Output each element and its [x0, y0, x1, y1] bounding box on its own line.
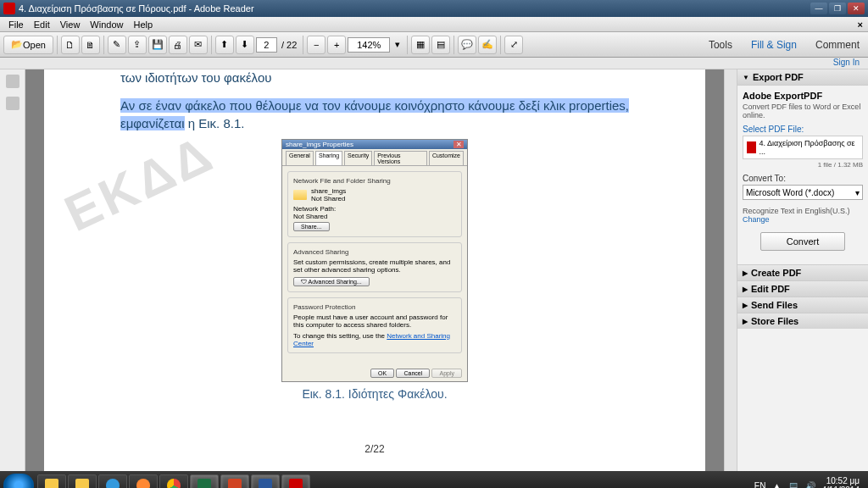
export-subtitle: Convert PDF files to Word or Excel onlin…	[743, 103, 863, 119]
edit-pdf-panel[interactable]: ▶Edit PDF	[737, 280, 868, 297]
convert-button[interactable]: Convert	[760, 232, 845, 251]
fill-sign-button[interactable]: Fill & Sign	[746, 37, 802, 53]
page-number-input[interactable]	[256, 37, 277, 53]
minimize-button[interactable]: —	[810, 3, 827, 14]
up-icon[interactable]: ⇪	[128, 36, 147, 54]
embedded-dialog-image: share_imgs Properties✕ General Sharing S…	[281, 139, 468, 382]
scrollbar[interactable]	[724, 69, 737, 471]
taskbar: EN ▲ 💻 🔊 10:52 μμ 4/11/2014	[0, 471, 868, 488]
attachments-icon[interactable]	[6, 97, 19, 110]
app-icon	[3, 3, 15, 14]
tools-button[interactable]: Tools	[704, 37, 737, 53]
task-excel[interactable]	[190, 474, 219, 488]
task-chrome[interactable]	[159, 474, 188, 488]
mail-icon[interactable]: ✉	[189, 36, 208, 54]
page-down-icon[interactable]: ⬇	[236, 36, 254, 54]
zoom-out-icon[interactable]: −	[307, 36, 326, 54]
send-files-panel[interactable]: ▶Send Files	[737, 297, 868, 313]
task-word[interactable]	[251, 474, 280, 488]
menu-help[interactable]: Help	[128, 19, 158, 30]
document-area[interactable]: ΕΚΔΔ των ιδιοτήτων του φακέλου Αν σε ένα…	[25, 69, 724, 471]
task-explorer1[interactable]	[37, 474, 66, 488]
convert-to-label: Convert To:	[743, 174, 863, 183]
window-titlebar: 4. Διαχείριση Πρόσβασης σε Πόρους.pdf - …	[0, 0, 868, 17]
recognize-text: Recognize Text in English(U.S.)	[743, 207, 863, 215]
maximize-button[interactable]: ❐	[829, 3, 846, 14]
save-icon[interactable]: 💾	[148, 36, 167, 54]
export-pdf-header[interactable]: ▼Export PDF	[737, 69, 868, 86]
zoom-input[interactable]	[348, 37, 390, 53]
right-pane: ▼Export PDF Adobe ExportPDF Convert PDF …	[737, 69, 868, 471]
file-meta: 1 file / 1.32 MB	[743, 161, 863, 169]
layout1-icon[interactable]: ▦	[411, 36, 430, 54]
layout2-icon[interactable]: ▤	[431, 36, 450, 54]
comment-icon[interactable]: 💬	[458, 36, 476, 54]
zoom-dropdown-icon[interactable]: ▾	[392, 36, 403, 54]
menu-window[interactable]: Window	[85, 19, 128, 30]
page-number-footer: 2/22	[120, 443, 629, 455]
create-pdf-panel[interactable]: ▶Create PDF	[737, 264, 868, 280]
system-tray[interactable]: EN ▲ 💻 🔊 10:52 μμ 4/11/2014	[754, 476, 865, 488]
task-explorer2[interactable]	[68, 474, 97, 488]
tray-clock[interactable]: 10:52 μμ 4/11/2014	[822, 476, 860, 488]
readmode-icon[interactable]: ⤢	[504, 36, 523, 54]
page-total: / 22	[279, 40, 299, 50]
close-button[interactable]: ✕	[848, 3, 865, 14]
left-nav-strip	[0, 69, 25, 471]
task-powerpoint[interactable]	[220, 474, 249, 488]
menubar: File Edit View Window Help ×	[0, 17, 868, 32]
selected-file[interactable]: 4. Διαχείριση Πρόσβασης σε ...	[743, 136, 863, 159]
task-wmp[interactable]	[129, 474, 158, 488]
export-title: Adobe ExportPDF	[743, 91, 863, 101]
tray-sound-icon[interactable]: 🔊	[805, 481, 815, 489]
task-ie[interactable]	[98, 474, 127, 488]
export-icon[interactable]: ✎	[108, 36, 126, 54]
tray-lang[interactable]: EN	[754, 481, 766, 489]
start-button[interactable]	[3, 474, 34, 488]
heading: των ιδιοτήτων του φακέλου	[120, 69, 629, 86]
comment-button[interactable]: Comment	[810, 37, 865, 53]
pdf-icon	[747, 141, 756, 153]
menu-file[interactable]: File	[3, 19, 29, 30]
tray-flag-icon[interactable]: ▲	[773, 481, 782, 489]
format-select[interactable]: Microsoft Word (*.docx)▾	[743, 185, 863, 200]
tray-network-icon[interactable]: 💻	[788, 481, 798, 489]
select-file-label: Select PDF File:	[743, 125, 863, 134]
watermark: ΕΚΔΔ	[56, 124, 223, 243]
menubar-close[interactable]: ×	[853, 19, 868, 30]
highlight-icon[interactable]: ✍	[478, 36, 497, 54]
pdf-page: ΕΚΔΔ των ιδιοτήτων του φακέλου Αν σε ένα…	[44, 69, 705, 471]
toolbar: 📂 Open 🗋 🗎 ✎ ⇪ 💾 🖨 ✉ ⬆ ⬇ / 22 − + ▾ ▦ ▤ …	[0, 32, 868, 58]
open-button[interactable]: 📂 Open	[3, 36, 53, 54]
task-adobe[interactable]	[281, 474, 310, 488]
window-title: 4. Διαχείριση Πρόσβασης σε Πόρους.pdf - …	[19, 3, 810, 14]
figure-caption: Εικ. 8.1. Ιδιότητες Φακέλου.	[120, 387, 629, 401]
print-icon[interactable]: 🖨	[169, 36, 187, 54]
menu-view[interactable]: View	[55, 19, 86, 30]
menu-edit[interactable]: Edit	[29, 19, 55, 30]
store-files-panel[interactable]: ▶Store Files	[737, 313, 868, 329]
zoom-in-icon[interactable]: +	[327, 36, 346, 54]
change-link[interactable]: Change	[743, 215, 863, 224]
thumbnails-icon[interactable]	[6, 75, 19, 88]
folder-icon	[293, 190, 307, 200]
sign-in-link[interactable]: Sign In	[0, 58, 868, 69]
page-up-icon[interactable]: ⬆	[215, 36, 234, 54]
create-pdf-icon[interactable]: 🗋	[61, 36, 80, 54]
doc-cloud-icon[interactable]: 🗎	[81, 36, 100, 54]
